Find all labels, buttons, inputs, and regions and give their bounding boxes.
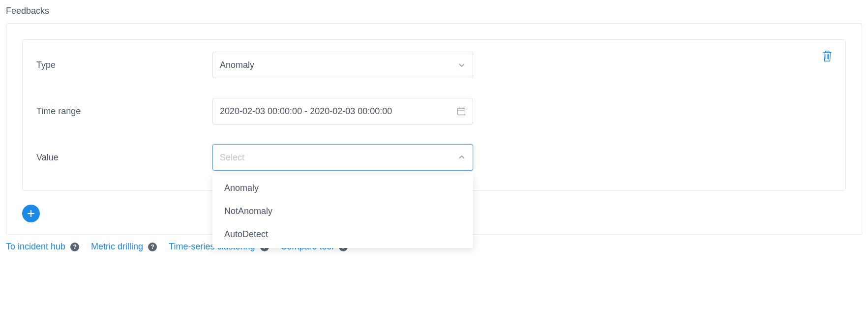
value-row: Value Select Anomaly NotAnomaly AutoDete… [36,144,832,171]
feedback-card: Type Anomaly Time range 2020-02-03 00:00… [22,39,846,191]
type-select-value: Anomaly [220,60,254,70]
chevron-down-icon [458,61,466,69]
plus-icon [26,209,36,218]
type-select[interactable]: Anomaly [212,52,473,78]
value-option-notanomaly[interactable]: NotAnomaly [212,200,473,223]
help-icon[interactable]: ? [70,243,79,251]
timerange-value: 2020-02-03 00:00:00 - 2020-02-03 00:00:0… [220,106,392,117]
svg-rect-0 [458,108,465,115]
type-row: Type Anomaly [36,52,832,78]
value-control: Select Anomaly NotAnomaly AutoDetect [212,144,473,171]
calendar-icon [457,107,466,116]
timerange-row: Time range 2020-02-03 00:00:00 - 2020-02… [36,98,832,124]
delete-button[interactable] [821,49,834,63]
section-title: Feedbacks [6,6,862,16]
chevron-up-icon [458,153,466,161]
add-button[interactable] [22,205,40,222]
value-dropdown: Anomaly NotAnomaly AutoDetect [212,175,473,248]
value-option-anomaly[interactable]: Anomaly [212,177,473,200]
value-option-autodetect[interactable]: AutoDetect [212,223,473,246]
trash-icon [822,50,833,62]
link-incident-hub[interactable]: To incident hub [6,242,65,252]
value-select[interactable]: Select [212,144,473,171]
timerange-control: 2020-02-03 00:00:00 - 2020-02-03 00:00:0… [212,98,473,124]
link-metric-drilling[interactable]: Metric drilling [91,242,143,252]
help-icon[interactable]: ? [148,243,157,251]
feedbacks-panel: Type Anomaly Time range 2020-02-03 00:00… [6,23,862,235]
value-select-placeholder: Select [220,153,244,163]
type-label: Type [36,60,212,70]
timerange-input[interactable]: 2020-02-03 00:00:00 - 2020-02-03 00:00:0… [212,98,473,124]
type-control: Anomaly [212,52,473,78]
timerange-label: Time range [36,106,212,117]
value-label: Value [36,153,212,163]
